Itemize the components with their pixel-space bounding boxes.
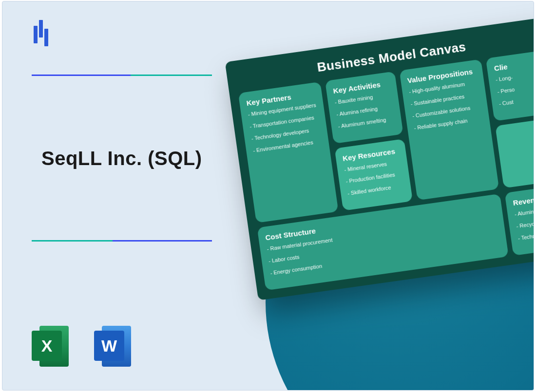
block-heading: Clie (494, 57, 534, 73)
block-list: High-quality aluminumSustainable practic… (408, 79, 483, 131)
block-list: Long-PersoCust (495, 69, 534, 107)
block-list: Aluminum produRecycling servicTechnology… (514, 204, 534, 242)
block-heading (503, 125, 534, 131)
hero-card: SeqLL Inc. (SQL) Business Model Canvas K… (2, 1, 534, 391)
list-item: Recycling servic (516, 216, 534, 230)
block-revenue-streams: Revenue S Aluminum produRecycling servic… (505, 184, 534, 255)
page-title: SeqLL Inc. (SQL) (41, 148, 202, 169)
list-item: Perso (497, 81, 534, 95)
word-icon: W (94, 322, 143, 371)
block-key-activities: Key Activities Bauxite miningAlumina ref… (325, 71, 403, 143)
block-list (503, 129, 534, 135)
list-item: Cust (498, 93, 534, 108)
divider-top (32, 75, 212, 76)
list-item: Skilled workforce (347, 182, 404, 197)
list-item: Aluminum smelting (338, 115, 395, 130)
canvas-preview: Business Model Canvas Key Partners Minin… (225, 16, 534, 300)
block-client-relationships: Clie Long-PersoCust (486, 50, 534, 121)
logo-bar (34, 26, 38, 43)
word-badge: W (94, 331, 124, 361)
block-list: Mining equipment suppliersTransportation… (248, 101, 322, 154)
logo-bar (44, 29, 48, 46)
file-type-icons: X W (32, 322, 143, 371)
excel-badge: X (32, 331, 62, 361)
excel-icon: X (32, 322, 80, 371)
block-key-partners: Key Partners Mining equipment suppliersT… (238, 82, 339, 223)
divider-bottom (32, 240, 212, 242)
business-model-canvas: Business Model Canvas Key Partners Minin… (225, 16, 534, 300)
block-list: Bauxite miningAlumina refiningAluminum s… (334, 91, 395, 130)
canvas-grid: Key Partners Mining equipment suppliersT… (238, 50, 534, 290)
block-list: Mineral reservesProduction facilitiesSki… (344, 158, 404, 197)
logo-bar (39, 20, 43, 37)
block-heading: Revenue S (513, 192, 534, 207)
list-item: Technology lice (517, 228, 534, 242)
block-key-resources: Key Resources Mineral reservesProduction… (334, 139, 412, 211)
block-value-propositions: Value Propositions High-quality aluminum… (399, 59, 499, 200)
block-channels (496, 117, 534, 188)
